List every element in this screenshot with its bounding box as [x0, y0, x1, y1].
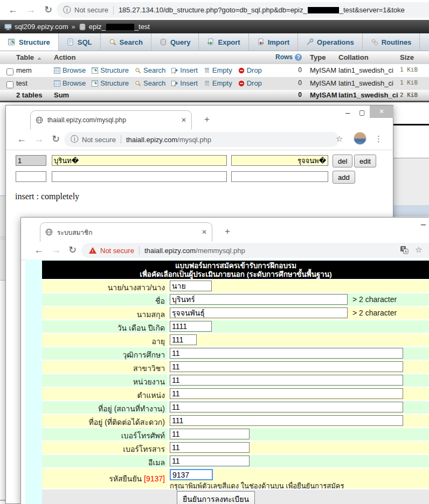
record-id-field[interactable] — [16, 155, 46, 166]
info-icon[interactable]: ⓘ — [71, 135, 78, 144]
new-name-field[interactable] — [52, 171, 227, 182]
bookmark-star-icon[interactable]: ☆ — [415, 245, 422, 255]
new-tab-button[interactable]: + — [204, 114, 210, 125]
sort-asc-icon[interactable] — [37, 57, 41, 60]
tab-routines[interactable]: Routines — [363, 33, 420, 51]
contact-address-field[interactable] — [170, 415, 403, 426]
edit-button[interactable]: edit — [354, 155, 376, 167]
bookmark-star-icon[interactable]: ☆ — [336, 134, 343, 144]
url-path[interactable]: /mysql.php — [177, 136, 211, 144]
info-icon[interactable]: ⓘ — [63, 5, 71, 15]
breadcrumb-server[interactable]: sql209.epizy.com — [15, 23, 68, 31]
reload-icon[interactable]: ↻ — [68, 244, 77, 256]
browser-tab[interactable]: ระบบสมาชิก ✕ — [40, 222, 212, 242]
screen: ← → ↻ ⓘ Not secure 185.27.134.10/db_stru… — [0, 0, 429, 504]
education-field[interactable] — [170, 348, 403, 359]
insert-link[interactable]: Insert — [171, 79, 198, 87]
tab-close-icon[interactable]: ✕ — [202, 228, 207, 236]
url-path[interactable]: /memmysql.php — [196, 247, 245, 255]
forward-icon[interactable]: → — [51, 244, 61, 256]
table-name[interactable]: mem — [16, 66, 32, 74]
reload-icon[interactable]: ↻ — [52, 133, 60, 145]
tab-close-icon[interactable]: ✕ — [181, 116, 186, 124]
field-label: วุฒิการศึกษา — [42, 347, 168, 360]
table-name[interactable]: test — [16, 79, 27, 87]
new-surname-field[interactable] — [231, 171, 328, 182]
help-icon[interactable]: ? — [295, 54, 302, 61]
new-id-field[interactable] — [16, 171, 46, 182]
empty-link[interactable]: Empty — [204, 66, 232, 74]
background-window-fragment — [393, 124, 429, 125]
insert-link[interactable]: Insert — [171, 66, 198, 74]
tab-query[interactable]: Query — [151, 33, 199, 51]
forward-icon[interactable]: → — [26, 4, 36, 16]
confirm-code-field[interactable] — [170, 469, 213, 480]
form-row-education: วุฒิการศึกษา — [42, 347, 429, 360]
browse-link[interactable]: Browse — [54, 66, 86, 74]
position-field[interactable] — [170, 388, 403, 399]
title-prefix-field[interactable] — [170, 281, 212, 291]
search-link[interactable]: Search — [135, 79, 165, 87]
col-rows: Rows? — [268, 53, 302, 61]
del-button[interactable]: del — [333, 155, 352, 167]
tab-title: ระบบสมาชิก — [57, 227, 197, 237]
maximize-button[interactable]: ▢ — [359, 109, 365, 116]
validation-note: > 2 character — [352, 294, 397, 304]
record-surname-field[interactable] — [231, 155, 328, 166]
browse-link[interactable]: Browse — [54, 79, 86, 87]
structure-link[interactable]: Structure — [92, 66, 129, 74]
forward-icon[interactable]: → — [34, 133, 44, 145]
engine-type: MyISAM — [310, 79, 336, 87]
main-address-bar[interactable]: ⓘ Not secure 185.27.134.10/db_structure.… — [57, 2, 429, 18]
reload-icon[interactable]: ↻ — [44, 4, 52, 16]
new-tab-button[interactable]: + — [225, 226, 230, 237]
drop-link[interactable]: Drop — [238, 79, 262, 87]
breadcrumb-db-tail[interactable]: _test — [135, 23, 150, 31]
tab-sql[interactable]: SQL — [59, 33, 101, 51]
back-icon[interactable]: ← — [34, 244, 44, 256]
back-icon[interactable]: ← — [17, 133, 26, 145]
search-link[interactable]: Search — [135, 66, 165, 74]
url-domain[interactable]: thaiall.epizy.com — [126, 136, 177, 144]
minimize-button[interactable]: – — [421, 220, 426, 229]
birthdate-field[interactable] — [170, 321, 212, 332]
age-field[interactable] — [170, 334, 197, 345]
record-name-field[interactable] — [52, 155, 227, 166]
address-bar-area: ← → ↻ ⓘ Not secure thaiall.epizy.com/mys… — [6, 130, 393, 150]
form-row-lastname: นามสกุล > 2 character — [42, 307, 429, 319]
tab-search[interactable]: Search — [101, 33, 151, 51]
tab-export[interactable]: Export — [199, 33, 248, 51]
close-button[interactable]: ✕ — [370, 106, 393, 118]
structure-link[interactable]: Structure — [92, 79, 129, 87]
address-bar[interactable]: ⓘ Not secure thaiall.epizy.com/mysql.php — [64, 132, 339, 147]
minimize-button[interactable]: – — [345, 108, 350, 117]
form-row-major: สาขาวิชา — [42, 361, 429, 373]
phone-field[interactable] — [170, 429, 250, 439]
main-url-tail[interactable]: _test&server=1&toke — [340, 6, 405, 14]
tab-import[interactable]: Import — [249, 33, 298, 51]
email-field[interactable] — [170, 456, 250, 466]
drop-link[interactable]: Drop — [238, 66, 262, 74]
firstname-field[interactable] — [170, 294, 348, 305]
fax-field[interactable] — [170, 442, 250, 453]
breadcrumb-db[interactable]: epiz_ — [89, 23, 106, 31]
back-icon[interactable]: ← — [8, 4, 18, 16]
submit-button[interactable]: ยืนยันการลงทะเบียน — [177, 491, 255, 504]
address-bar[interactable]: ! Not secure thaiall.epizy.com/memmysql.… — [81, 243, 429, 258]
empty-link[interactable]: Empty — [204, 79, 232, 87]
add-button[interactable]: add — [333, 171, 355, 184]
work-address-field[interactable] — [170, 402, 403, 412]
major-field[interactable] — [170, 361, 403, 372]
row-checkbox[interactable] — [6, 81, 13, 88]
tab-operations[interactable]: Operations — [298, 33, 363, 51]
lastname-field[interactable] — [170, 307, 348, 318]
tab-structure[interactable]: Structure — [0, 33, 59, 51]
url-domain[interactable]: thaiall.epizy.com — [144, 247, 196, 255]
browser-tab[interactable]: thaiall.epizy.com/mysql.php ✕ — [30, 110, 192, 130]
organization-field[interactable] — [170, 375, 403, 386]
row-checkbox[interactable] — [6, 68, 13, 75]
main-url[interactable]: 185.27.134.10/db_structure.php?goto=db_s… — [119, 6, 307, 14]
menu-icon[interactable]: ⋮ — [375, 134, 383, 144]
profile-avatar[interactable] — [354, 132, 366, 145]
translate-icon[interactable] — [400, 246, 409, 254]
